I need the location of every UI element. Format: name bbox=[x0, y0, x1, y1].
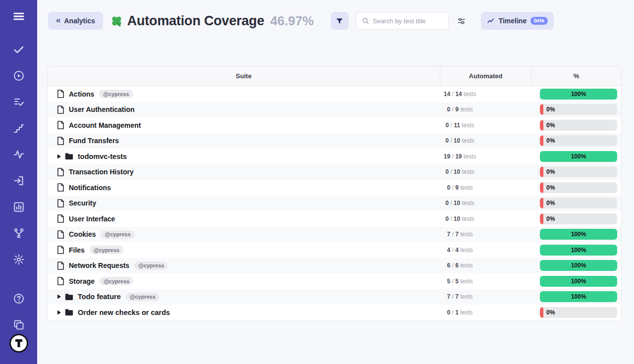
funnel-icon bbox=[335, 17, 344, 25]
table-row[interactable]: Storage@cypress5 / 5 tests100% bbox=[48, 273, 621, 289]
table-row[interactable]: todomvc-tests19 / 19 tests100% bbox=[48, 149, 621, 164]
gear-icon[interactable] bbox=[13, 254, 25, 265]
percent-cell: 100% bbox=[531, 291, 621, 302]
suite-name[interactable]: Network Requests bbox=[69, 261, 129, 269]
percent-cell: 100% bbox=[531, 229, 621, 240]
play-circle-icon[interactable] bbox=[13, 70, 25, 82]
coverage-bar-label: 100% bbox=[571, 247, 586, 254]
sliders-button[interactable] bbox=[455, 14, 468, 28]
filter-button[interactable] bbox=[331, 12, 349, 30]
coverage-bar-label: 0% bbox=[546, 200, 555, 207]
coverage-bar: 0% bbox=[540, 213, 617, 224]
suite-name[interactable]: todomvc-tests bbox=[78, 153, 127, 160]
coverage-bar: 100% bbox=[540, 260, 617, 271]
activity-icon[interactable] bbox=[13, 149, 25, 160]
table-row[interactable]: Transaction History0 / 10 tests0% bbox=[48, 164, 621, 180]
caret-right-icon[interactable] bbox=[57, 310, 61, 315]
table-row[interactable]: Todo feature@cypress7 / 7 tests100% bbox=[48, 289, 621, 305]
table-body: Actions@cypress14 / 14 tests100%User Aut… bbox=[48, 86, 621, 320]
suite-name[interactable]: User Authentication bbox=[69, 105, 135, 113]
coverage-bar: 0% bbox=[540, 307, 617, 318]
coverage-percent: 46.97% bbox=[270, 13, 314, 29]
coverage-bar-label: 0% bbox=[546, 184, 555, 191]
suite-cell: Network Requests@cypress bbox=[48, 261, 440, 270]
suite-name[interactable]: Fund Transfers bbox=[69, 137, 119, 145]
red-segment bbox=[540, 120, 543, 131]
suite-name[interactable]: User Interface bbox=[69, 215, 115, 223]
suite-name[interactable]: Notifications bbox=[69, 184, 111, 192]
list-check-icon[interactable] bbox=[13, 96, 25, 108]
total-count: 4 bbox=[455, 247, 459, 254]
total-count: 6 bbox=[455, 262, 459, 269]
table-row[interactable]: Order new checks or cards0 / 1 tests0% bbox=[48, 305, 621, 320]
check-icon[interactable] bbox=[13, 44, 25, 55]
help-circle-icon[interactable] bbox=[13, 293, 25, 305]
timeline-button[interactable]: Timeline beta bbox=[481, 12, 554, 30]
total-count: 7 bbox=[455, 231, 459, 238]
tag-badge: @cypress bbox=[90, 246, 123, 254]
file-icon bbox=[57, 246, 64, 254]
total-count: 19 bbox=[455, 153, 462, 160]
automated-cell: 0 / 9 tests bbox=[440, 184, 531, 191]
file-icon bbox=[57, 277, 64, 285]
file-icon bbox=[57, 121, 64, 129]
total-count: 11 bbox=[454, 122, 460, 129]
table-row[interactable]: Cookies@cypress7 / 7 tests100% bbox=[48, 227, 621, 243]
suite-name[interactable]: Account Management bbox=[69, 121, 141, 129]
table-row[interactable]: Files@cypress4 / 4 tests100% bbox=[48, 242, 621, 258]
table-row[interactable]: Security0 / 10 tests0% bbox=[48, 196, 621, 211]
table-row[interactable]: Notifications0 / 9 tests0% bbox=[48, 180, 621, 196]
suite-name[interactable]: Storage bbox=[69, 277, 95, 285]
suite-name[interactable]: Transaction History bbox=[69, 168, 134, 176]
suite-name[interactable]: Cookies bbox=[69, 230, 96, 238]
back-label: Analytics bbox=[64, 17, 95, 25]
table-row[interactable]: User Interface0 / 10 tests0% bbox=[48, 211, 621, 227]
search-box[interactable] bbox=[356, 12, 449, 30]
total-count: 9 bbox=[455, 184, 459, 191]
file-icon bbox=[57, 183, 64, 192]
folder-icon bbox=[65, 153, 73, 160]
table-row[interactable]: Network Requests@cypress6 / 6 tests100% bbox=[48, 258, 621, 274]
file-icon bbox=[57, 230, 64, 239]
branch-icon[interactable] bbox=[13, 227, 25, 239]
search-input[interactable] bbox=[373, 17, 443, 25]
table-row[interactable]: Fund Transfers0 / 10 tests0% bbox=[48, 133, 621, 149]
coverage-bar-label: 100% bbox=[571, 278, 586, 285]
table-row[interactable]: Actions@cypress14 / 14 tests100% bbox=[48, 86, 621, 102]
coverage-bar: 100% bbox=[540, 229, 617, 240]
table-row[interactable]: Account Management0 / 11 tests0% bbox=[48, 117, 621, 133]
caret-right-icon[interactable] bbox=[57, 154, 61, 159]
automated-count: 7 bbox=[447, 231, 450, 238]
file-icon bbox=[57, 199, 64, 208]
percent-cell: 100% bbox=[531, 276, 621, 287]
percent-cell: 0% bbox=[531, 166, 621, 177]
automated-cell: 19 / 19 tests bbox=[440, 153, 531, 160]
caret-right-icon[interactable] bbox=[57, 294, 61, 299]
analytics-back-button[interactable]: « Analytics bbox=[48, 12, 103, 30]
import-icon[interactable] bbox=[13, 175, 25, 187]
total-count: 10 bbox=[454, 168, 460, 175]
suite-cell: Order new checks or cards bbox=[48, 309, 440, 316]
table-row[interactable]: User Authentication0 / 9 tests0% bbox=[48, 102, 621, 118]
percent-cell: 0% bbox=[531, 307, 621, 318]
suite-name[interactable]: Security bbox=[69, 199, 96, 207]
suite-name[interactable]: Todo feature bbox=[78, 293, 121, 301]
app-logo[interactable] bbox=[9, 333, 29, 353]
tag-badge: @cypress bbox=[126, 293, 159, 301]
file-icon bbox=[57, 261, 64, 270]
suite-cell: Account Management bbox=[48, 121, 440, 129]
coverage-bar-label: 0% bbox=[546, 122, 555, 129]
automated-cell: 0 / 1 tests bbox=[440, 309, 531, 316]
percent-cell: 0% bbox=[531, 182, 621, 193]
bar-chart-icon[interactable] bbox=[13, 201, 25, 213]
column-header-suite: Suite bbox=[48, 66, 440, 86]
menu-icon[interactable] bbox=[12, 10, 25, 23]
folder-icon bbox=[65, 309, 73, 316]
suite-cell: Actions@cypress bbox=[48, 90, 440, 98]
suite-cell: Transaction History bbox=[48, 168, 440, 176]
suite-name[interactable]: Files bbox=[69, 246, 85, 254]
suite-name[interactable]: Order new checks or cards bbox=[78, 309, 170, 316]
copy-icon[interactable] bbox=[13, 319, 25, 331]
steps-icon[interactable] bbox=[13, 122, 25, 134]
suite-name[interactable]: Actions bbox=[69, 90, 94, 98]
